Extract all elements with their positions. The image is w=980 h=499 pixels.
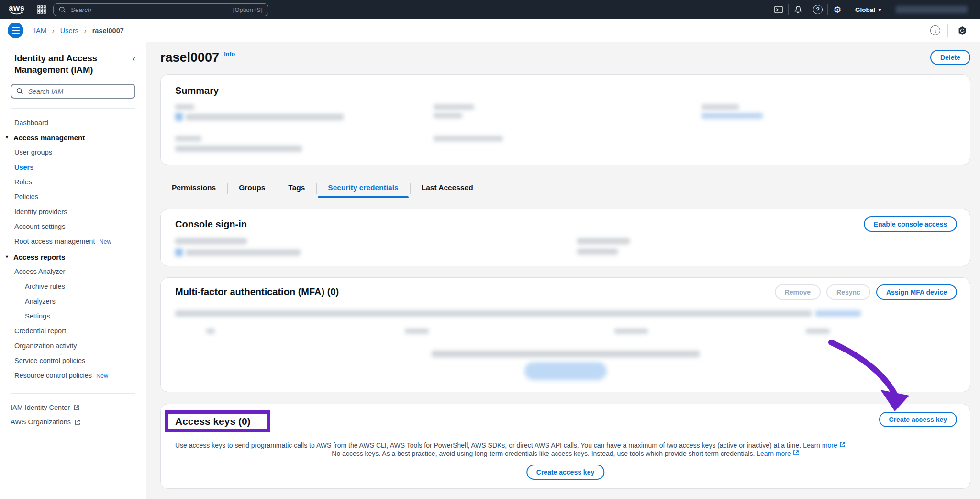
- sidebar-item-dashboard[interactable]: Dashboard: [0, 115, 146, 130]
- tab-security-credentials[interactable]: Security credentials: [316, 180, 410, 198]
- mfa-card: Multi-factor authentication (MFA) (0) Re…: [160, 277, 970, 392]
- redacted-column-header: [806, 329, 830, 334]
- chevron-right-icon: ›: [52, 26, 55, 34]
- sidebar-item-access-analyzer[interactable]: Access Analyzer: [0, 264, 146, 279]
- detail-tabs: Permissions Groups Tags Security credent…: [160, 179, 970, 198]
- redacted-text: [175, 104, 194, 110]
- global-search-input[interactable]: [70, 6, 229, 14]
- global-search-box[interactable]: [Option+S]: [53, 3, 268, 16]
- access-keys-description: Use access keys to send programmatic cal…: [175, 441, 951, 450]
- redacted-text: [175, 310, 812, 317]
- console-signin-card: Console sign-in Enable console access: [160, 209, 970, 266]
- help-icon[interactable]: ?: [808, 0, 827, 19]
- notifications-bell-icon[interactable]: [789, 0, 808, 19]
- sidebar-item-user-groups[interactable]: User groups: [0, 145, 146, 160]
- sidebar-item-policies[interactable]: Policies: [0, 190, 146, 204]
- mfa-title: Multi-factor authentication (MFA) (0): [175, 286, 339, 297]
- breadcrumb-users[interactable]: Users: [60, 27, 78, 34]
- sidebar-item-account-settings[interactable]: Account settings: [0, 219, 146, 234]
- sidebar-item-organization-activity[interactable]: Organization activity: [0, 339, 146, 353]
- redacted-text: [434, 113, 462, 118]
- sidebar-item-credential-report[interactable]: Credential report: [0, 324, 146, 339]
- aws-logo[interactable]: aws: [9, 4, 25, 15]
- redacted-copy-icon: [175, 249, 183, 256]
- learn-more-label: Learn more: [757, 450, 791, 457]
- redacted-text: [175, 238, 247, 244]
- breadcrumb-iam[interactable]: IAM: [34, 27, 46, 34]
- sidebar-item-service-control-policies[interactable]: Service control policies: [0, 353, 146, 368]
- info-icon[interactable]: i: [930, 25, 940, 35]
- tab-groups[interactable]: Groups: [227, 180, 277, 198]
- tab-last-accessed[interactable]: Last Accessed: [410, 180, 485, 198]
- access-keys-empty-state: No access keys. As a best practice, avoi…: [161, 450, 970, 457]
- sidebar-item-resource-control-policies[interactable]: Resource control policiesNew: [0, 368, 146, 384]
- redacted-text: [434, 104, 474, 110]
- redacted-text: [186, 250, 301, 256]
- settings-gear-icon[interactable]: ⚙: [828, 0, 847, 19]
- assistant-hexagon-icon[interactable]: [955, 23, 969, 38]
- tab-tags[interactable]: Tags: [277, 180, 316, 198]
- redacted-copy-icon: [175, 113, 183, 121]
- mfa-remove-button[interactable]: Remove: [775, 284, 821, 300]
- divider: [11, 393, 135, 394]
- iam-sidebar: Identity and Access Management (IAM) ‹ D…: [0, 42, 146, 499]
- apps-grid-icon[interactable]: [32, 0, 51, 19]
- summary-title: Summary: [175, 85, 219, 96]
- redacted-text: [186, 114, 344, 120]
- sidebar-search-box[interactable]: [11, 84, 135, 99]
- external-link-icon: [74, 419, 80, 425]
- info-link[interactable]: Info: [224, 51, 235, 57]
- divider: [11, 108, 135, 109]
- help-glyph: ?: [813, 5, 823, 14]
- account-menu-redacted[interactable]: [896, 6, 968, 13]
- sidebar-item-users[interactable]: Users: [0, 160, 146, 175]
- learn-more-link[interactable]: Learn more: [803, 442, 845, 449]
- collapse-sidebar-icon[interactable]: ‹: [130, 53, 137, 64]
- search-shortcut-hint: [Option+S]: [233, 6, 263, 13]
- link-label: AWS Organizations: [11, 418, 71, 426]
- access-keys-card: Access keys (0) Create access key Use ac…: [160, 404, 970, 489]
- caret-down-icon: ▾: [879, 7, 881, 12]
- cloudshell-icon[interactable]: [769, 0, 788, 19]
- region-selector[interactable]: Global ▾: [847, 6, 889, 13]
- caret-down-icon: ▼: [5, 134, 9, 142]
- link-label: IAM Identity Center: [11, 404, 70, 411]
- top-navigation-bar: aws [Option+S] ? ⚙ Global: [0, 0, 980, 19]
- description-text: Use access keys to send programmatic cal…: [175, 442, 801, 449]
- breadcrumb-bar: IAM › Users › rasel0007 i: [0, 19, 980, 42]
- console-signin-title: Console sign-in: [175, 219, 247, 230]
- external-link-icon: [793, 450, 799, 456]
- aws-logo-text: aws: [9, 4, 25, 11]
- sidebar-item-root-access-management[interactable]: Root access managementNew: [0, 234, 146, 250]
- redacted-column-header: [405, 329, 429, 334]
- breadcrumb: IAM › Users › rasel0007: [34, 26, 124, 34]
- delete-button[interactable]: Delete: [930, 50, 970, 65]
- assign-mfa-device-button[interactable]: Assign MFA device: [876, 284, 957, 300]
- sidebar-search-input[interactable]: [27, 87, 130, 96]
- sidebar-section-access-reports[interactable]: ▼ Access reports: [0, 250, 146, 264]
- tab-permissions[interactable]: Permissions: [160, 180, 227, 198]
- sidebar-item-identity-providers[interactable]: Identity providers: [0, 204, 146, 219]
- sidebar-section-access-management[interactable]: ▼ Access management: [0, 130, 146, 145]
- sidebar-link-aws-organizations[interactable]: AWS Organizations: [0, 415, 146, 429]
- divider: [947, 24, 948, 37]
- redacted-text: [702, 104, 739, 110]
- sidebar-link-iam-identity-center[interactable]: IAM Identity Center: [0, 400, 146, 415]
- page-title: rasel0007: [160, 50, 219, 65]
- learn-more-link[interactable]: Learn more: [757, 450, 799, 457]
- sidebar-item-settings[interactable]: Settings: [0, 309, 146, 324]
- sidebar-item-analyzers[interactable]: Analyzers: [0, 294, 146, 309]
- redacted-link: [815, 310, 861, 317]
- sidebar-item-roles[interactable]: Roles: [0, 175, 146, 190]
- mfa-resync-button[interactable]: Resync: [826, 284, 870, 300]
- enable-console-access-button[interactable]: Enable console access: [864, 216, 957, 232]
- menu-toggle[interactable]: [8, 23, 23, 38]
- create-access-key-button[interactable]: Create access key: [879, 412, 957, 427]
- redacted-text: [175, 146, 302, 152]
- sidebar-item-archive-rules[interactable]: Archive rules: [0, 279, 146, 294]
- section-label: Access reports: [13, 253, 65, 261]
- caret-down-icon: ▼: [5, 253, 9, 261]
- gear-glyph: ⚙: [833, 5, 841, 14]
- redacted-assign-mfa-button[interactable]: [524, 362, 607, 380]
- create-access-key-button-center[interactable]: Create access key: [526, 465, 604, 480]
